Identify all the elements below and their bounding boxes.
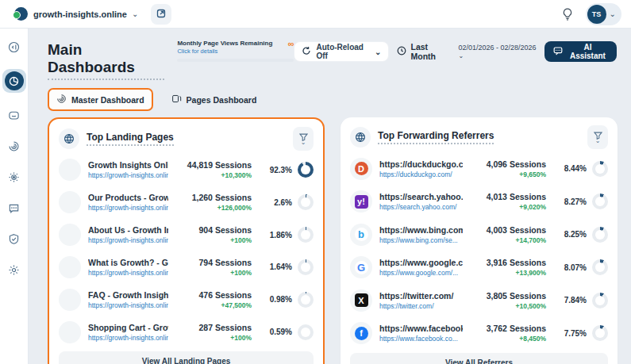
dashboard-pie-icon [5,71,24,90]
sessions-count: 4,096 Sessions [463,159,546,169]
filter-button[interactable]: ⌄ [293,127,314,151]
share-percent: 1.86% [270,231,292,239]
view-all-landing-pages-button[interactable]: View All Landing Pages [59,351,314,364]
table-row[interactable]: Growth Insights Online - Growth I... htt… [59,155,314,185]
filter-button[interactable]: ⌄ [587,125,608,149]
row-title-link[interactable]: https://search.yahoo.com/ [379,192,463,201]
sidebar-item-settings[interactable] [6,261,23,278]
sessions-delta: +100% [168,269,252,277]
table-row[interactable]: b https://www.bing.com/s... https://www.… [350,220,608,250]
chevron-down-icon: ⌄ [595,140,601,143]
row-title-link[interactable]: Growth Insights Online - Growth I... [88,160,168,170]
sidebar-nav [0,29,29,364]
table-row[interactable]: Our Products - Growth Insights O... http… [59,187,314,217]
ai-assistant-button[interactable]: AI Assistant [544,41,617,62]
tab-pages-dashboard[interactable]: Pages Dashboard [164,90,264,109]
share-percent: 8.27% [564,197,587,206]
favicon-chip [59,224,81,246]
table-row[interactable]: X https://twitter.com/ https://twitter.c… [350,285,608,316]
table-row[interactable]: What is Growth? - Growth Insight... http… [59,252,314,282]
donut-chart [592,227,608,243]
table-row[interactable]: Shopping Cart - Growth Insights ... http… [59,317,314,347]
row-url-link[interactable]: https://www.facebook.co... [379,335,463,343]
row-url-link[interactable]: https://growth-insights.online/wha... [88,269,168,277]
infinity-value: ∞ [288,40,294,48]
top-bar: growth-insights.online ⌄ TS ⌄ [0,0,631,29]
date-range-picker[interactable]: 02/01/2026 - 02/28/2026 ⌄ [458,44,536,59]
browser-icon [59,128,79,149]
favicon-chip: y! [350,190,372,213]
tab-master-dashboard[interactable]: Master Dashboard [48,88,153,111]
card-title: Top Forwarding Referrers [378,130,494,144]
main-content: Main Dashboards Monthly Page Views Remai… [29,29,631,364]
period-selector[interactable]: Last Month [397,42,450,61]
row-title-link[interactable]: Our Products - Growth Insights O... [88,193,168,202]
row-title-link[interactable]: https://duckduckgo.com/ [379,159,463,169]
sessions-count: 3,916 Sessions [463,258,546,267]
sidebar-item-feedback[interactable] [6,199,23,216]
row-title-link[interactable]: Shopping Cart - Growth Insights ... [88,323,168,332]
donut-chart [592,161,608,177]
sidebar-item-conversion[interactable] [6,168,23,186]
share-percent: 92.3% [270,166,292,174]
open-site-button[interactable] [151,4,171,25]
sidebar-item-heatmaps[interactable] [6,137,23,155]
favicon-chip: D [350,158,372,180]
favicon-chip: X [350,289,372,312]
card-title: Top Landing Pages [87,132,174,146]
favicon-chip [59,289,81,311]
table-row[interactable]: f https://www.facebook.c... https://www.… [350,318,608,348]
sessions-delta: +9,650% [463,171,546,178]
row-url-link[interactable]: https://growth-insights.online/our-... [88,334,168,342]
page-header: Main Dashboards Monthly Page Views Remai… [48,36,617,80]
sidebar-item-recordings[interactable] [6,106,23,124]
user-menu[interactable]: TS ⌄ [586,3,621,25]
row-title-link[interactable]: About Us - Growth Insights Online [88,225,168,235]
row-url-link[interactable]: https://growth-insights.online/faq [88,301,168,309]
table-row[interactable]: D https://duckduckgo.com/ https://duckdu… [350,154,608,184]
google-favicon: G [355,261,368,274]
table-row[interactable]: About Us - Growth Insights Online https:… [59,220,314,250]
sessions-delta: +14,700% [463,236,546,244]
sidebar-item-seo[interactable] [6,230,23,247]
favicon-chip: G [350,256,372,278]
sidebar-item-dashboards[interactable] [2,69,26,93]
view-all-referrers-button[interactable]: View All Referrers [350,353,608,364]
favicon-chip [59,256,81,278]
row-title-link[interactable]: https://www.facebook.c... [379,324,463,333]
table-row[interactable]: y! https://search.yahoo.com/ https://sea… [350,186,608,216]
row-url-link[interactable]: https://growth-insights.online [88,171,168,179]
favicon [63,260,77,274]
share-percent: 0.59% [270,328,292,336]
date-range-value: 02/01/2026 - 02/28/2026 [458,44,536,52]
row-title-link[interactable]: What is Growth? - Growth Insight... [88,258,168,267]
row-url-link[interactable]: https://search.yahoo.com/ [379,203,463,211]
favicon-chip [59,191,81,213]
donut-chart [298,292,314,308]
avatar: TS [587,5,606,24]
site-selector-label[interactable]: growth-insights.online [33,10,127,19]
click-for-details-link[interactable]: Click for details [177,48,272,55]
table-row[interactable]: G https://www.google.com... https://www.… [350,252,608,282]
row-title-link[interactable]: https://www.bing.com/s... [379,225,463,235]
sidebar-collapse-icon[interactable] [6,38,23,56]
row-url-link[interactable]: https://duckduckgo.com/ [379,171,463,178]
row-url-link[interactable]: https://twitter.com/ [379,302,463,310]
row-url-link[interactable]: https://growth-insights.online/our-... [88,204,168,212]
donut-chart [298,194,314,210]
donut-chart [592,325,608,341]
row-url-link[interactable]: https://growth-insights.online/abo... [88,236,168,244]
table-row[interactable]: FAQ - Growth Insights Online https://gro… [59,285,314,315]
row-url-link[interactable]: https://www.google.com/... [379,269,463,277]
row-title-link[interactable]: https://twitter.com/ [379,291,463,301]
row-title-link[interactable]: https://www.google.com... [379,258,463,267]
share-percent: 8.07% [564,263,587,272]
row-url-link[interactable]: https://www.bing.com/se... [379,236,463,244]
lightbulb-icon[interactable] [559,6,576,23]
top-forwarding-referrers-card: Top Forwarding Referrers ⌄ D https://duc… [341,117,618,364]
favicon [63,196,77,209]
duckduckgo-favicon: D [355,162,368,175]
auto-reload-dropdown[interactable]: Auto-Reload Off ⌄ [294,41,389,62]
row-title-link[interactable]: FAQ - Growth Insights Online [88,290,168,300]
chevron-down-icon[interactable]: ⌄ [132,10,138,18]
